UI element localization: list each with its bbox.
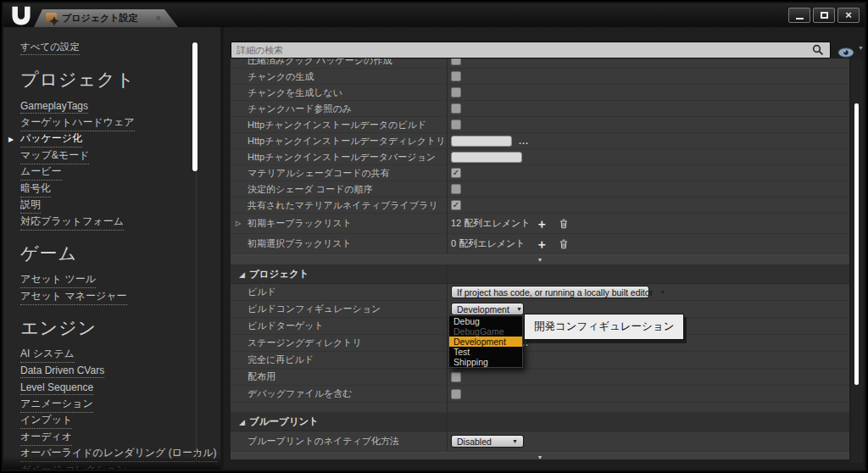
dropdown-option[interactable]: Development [449,337,522,347]
checkbox[interactable] [451,58,461,65]
maximize-button[interactable] [813,8,835,23]
row-value-cell: Disabled▼ [447,431,849,451]
sidebar-scrollbar[interactable] [192,42,198,171]
settings-row: デバッグファイルを含む [231,386,849,403]
sidebar-item[interactable]: GameplayTags [20,98,220,115]
row-value-cell: 0 配列エレメント＋ [447,234,849,253]
sidebar-section-heading: エンジン [20,316,220,340]
row-label: Httpチャンクインストールデータディレクトリ [248,135,446,147]
sidebar-item[interactable]: オーディオ [20,430,220,447]
row-label-cell: マテリアルシェーダコードの共有 [231,165,447,181]
settings-row: マテリアルシェーダコードの共有✓ [231,165,849,181]
category-value-cell [447,413,849,431]
dropdown-option[interactable]: DebugGame [449,326,522,337]
search-input[interactable] [231,42,831,58]
advanced-expander-icon: ▼ [537,257,543,263]
checkbox[interactable] [451,120,461,130]
row-value-cell: ... [447,133,849,148]
empty-row [231,403,849,413]
row-label: ビルドターゲット [248,320,324,332]
settings-row: チャンクを生成しない [231,85,849,101]
sidebar-item[interactable]: Level Sequence [20,380,220,397]
browse-button[interactable]: ... [519,136,529,146]
sidebar-item-label: アセット ツール [20,272,96,288]
row-label: チャンクを生成しない [248,86,342,99]
sidebar-item[interactable]: 対応プラットフォーム [20,214,220,231]
sidebar-item[interactable]: ターゲットハードウェア [20,115,220,132]
row-value-cell [447,58,849,68]
checkbox[interactable] [451,87,461,97]
settings-row: Httpチャンクインストールデータバージョン [231,149,849,165]
sidebar-item[interactable]: アニメーション [20,397,220,414]
sidebar-item[interactable]: アセット マネージャー [20,289,220,306]
project-settings-tab[interactable]: プロジェクト設定 × [34,9,178,27]
sidebar-item[interactable]: インプット [20,413,220,430]
row-label: ブループリントのネイティブ化方法 [248,435,399,448]
sidebar-item[interactable]: 説明 [20,198,220,214]
dropdown-option[interactable]: Shipping [449,357,522,367]
row-label-cell: デバッグファイルを含む [231,386,447,402]
combo-box[interactable]: Disabled▼ [451,435,524,448]
advanced-separator[interactable]: ▼ [231,452,849,459]
checkbox[interactable]: ✓ [451,200,461,210]
selected-arrow-icon: ▶ [8,136,14,143]
checkbox[interactable] [451,184,461,194]
settings-row: ビルドIf project has code, or running a loc… [231,284,849,301]
close-button[interactable]: × [837,8,860,23]
sidebar-item-all-settings[interactable]: すべての設定 [20,38,220,57]
row-label: ステージングディレクトリ [248,337,362,349]
row-value-cell [447,386,849,402]
sidebar-item[interactable]: ガベージ コレクション [20,463,220,470]
checkbox[interactable] [451,103,461,114]
maximize-icon [821,12,828,19]
row-label-cell: 圧縮済みクック パッケージの作成 [231,58,447,68]
combo-caret-icon: ▼ [653,289,665,295]
text-field[interactable] [451,136,512,147]
sidebar-item[interactable]: マップ&モード [20,148,220,165]
row-label-cell: ブループリントのネイティブ化方法 [231,431,447,451]
tab-close-icon[interactable]: × [156,14,161,23]
sidebar-item[interactable]: AI システム [20,347,220,364]
settings-row: チャンクの生成 [231,69,849,85]
add-element-button[interactable]: ＋ [536,238,548,250]
settings-row: ビルドコンフィギュレーションDevelopment▼DebugDebugGame… [231,301,849,318]
text-field[interactable] [451,152,522,163]
checkbox[interactable] [451,71,461,81]
row-label: 圧縮済みクック パッケージの作成 [248,58,392,67]
delete-elements-button[interactable] [559,239,568,249]
chevron-down-icon[interactable]: ▼ [858,45,864,51]
advanced-separator[interactable]: ▼ [231,254,849,265]
combo-box[interactable]: Development▼ [451,303,524,315]
checkbox[interactable] [451,372,461,382]
settings-sidebar: すべての設定 プロジェクトGameplayTagsターゲットハードウェア▶パッケ… [3,27,221,470]
sidebar-item[interactable]: ▶パッケージ化 [20,131,220,148]
main-scrollbar[interactable] [854,103,859,385]
sidebar-section-heading: プロジェクト [20,68,220,92]
sidebar-item-label: すべての設定 [20,41,80,55]
minimize-button[interactable] [788,8,810,23]
category-title: プロジェクト [249,268,309,281]
row-label: 共有されたマテリアルネイティブライブラリ [248,199,438,212]
row-value-cell [447,181,849,197]
sidebar-item[interactable]: 暗号化 [20,181,220,198]
category-expand-icon: ◢ [239,418,245,426]
checkbox[interactable] [451,389,461,399]
row-value-cell [447,403,849,412]
dropdown-option[interactable]: Debug [449,316,522,326]
dropdown-option[interactable]: Test [449,347,522,357]
sidebar-item[interactable]: Data Driven CVars [20,364,220,381]
sidebar-item[interactable]: ムービー [20,164,220,181]
row-value-cell: ✓ [447,198,849,213]
combo-box[interactable]: If project has code, or running a locall… [451,286,649,298]
tooltip: 開発コンフィギュレーション [524,314,684,340]
row-label-cell: ビルドコンフィギュレーション [231,301,447,317]
category-header[interactable]: ◢プロジェクト [231,265,849,284]
sidebar-item[interactable]: アセット ツール [20,272,220,289]
checkbox[interactable]: ✓ [451,168,461,178]
add-element-button[interactable]: ＋ [536,218,548,230]
sidebar-item[interactable]: オーバーライドのレンダリング (ローカル) [20,446,220,463]
expand-arrow-icon[interactable]: ▷ [236,220,241,227]
row-value-cell: Development▼DebugDebugGameDevelopmentTes… [447,301,849,317]
delete-elements-button[interactable] [559,219,568,229]
category-header[interactable]: ◢ブループリント [231,413,849,431]
